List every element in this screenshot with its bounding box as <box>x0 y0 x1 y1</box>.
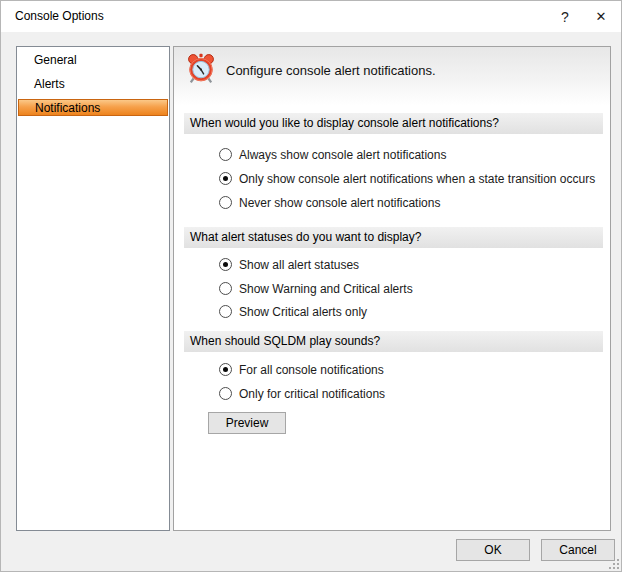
radio-option-always-show[interactable]: Always show console alert notifications <box>219 147 446 162</box>
radio-button[interactable] <box>219 387 232 400</box>
ok-button[interactable]: OK <box>456 539 530 561</box>
help-button[interactable]: ? <box>545 1 585 32</box>
radio-button[interactable] <box>219 196 232 209</box>
panel-header: Configure console alert notifications. <box>174 47 610 105</box>
radio-option-never-show[interactable]: Never show console alert notifications <box>219 195 440 210</box>
radio-button[interactable] <box>219 305 232 318</box>
radio-option-critical-only[interactable]: Show Critical alerts only <box>219 304 367 319</box>
title-bar: Console Options ? ✕ <box>1 1 621 32</box>
radio-option-sound-all-notifications[interactable]: For all console notifications <box>219 362 384 377</box>
radio-label[interactable]: Only for critical notifications <box>239 387 385 401</box>
radio-label[interactable]: Only show console alert notifications wh… <box>239 172 595 186</box>
group-title-play-sounds: When should SQLDM play sounds? <box>184 331 603 352</box>
alarm-clock-icon <box>186 53 216 84</box>
radio-option-only-state-transition[interactable]: Only show console alert notifications wh… <box>219 171 595 186</box>
radio-button[interactable] <box>219 172 232 185</box>
window-title: Console Options <box>15 9 104 23</box>
cancel-button[interactable]: Cancel <box>541 539 615 561</box>
radio-label[interactable]: Show all alert statuses <box>239 258 359 272</box>
group-title-alert-statuses: What alert statuses do you want to displ… <box>184 227 603 248</box>
help-icon: ? <box>561 9 569 25</box>
radio-label[interactable]: Never show console alert notifications <box>239 196 440 210</box>
category-list: General Alerts Notifications <box>16 46 170 531</box>
close-icon: ✕ <box>596 9 607 24</box>
radio-label[interactable]: Show Warning and Critical alerts <box>239 282 413 296</box>
panel-header-text: Configure console alert notifications. <box>226 63 436 78</box>
radio-option-sound-critical-only[interactable]: Only for critical notifications <box>219 386 385 401</box>
resize-grip[interactable] <box>609 559 620 570</box>
radio-label[interactable]: For all console notifications <box>239 363 384 377</box>
radio-button[interactable] <box>219 363 232 376</box>
console-options-dialog: Console Options ? ✕ General Alerts Notif… <box>0 0 622 572</box>
sidebar-item-general[interactable]: General <box>18 52 168 69</box>
sidebar-item-notifications[interactable]: Notifications <box>18 99 168 116</box>
notifications-panel: Configure console alert notifications. W… <box>173 46 611 531</box>
preview-button[interactable]: Preview <box>208 412 286 434</box>
radio-option-warning-critical[interactable]: Show Warning and Critical alerts <box>219 281 413 296</box>
radio-label[interactable]: Show Critical alerts only <box>239 305 367 319</box>
radio-label[interactable]: Always show console alert notifications <box>239 148 446 162</box>
close-button[interactable]: ✕ <box>581 1 621 32</box>
sidebar-item-label: General <box>34 53 77 67</box>
radio-button[interactable] <box>219 148 232 161</box>
radio-button[interactable] <box>219 282 232 295</box>
sidebar-item-alerts[interactable]: Alerts <box>18 76 168 93</box>
sidebar-item-label: Notifications <box>35 101 100 115</box>
radio-option-show-all-statuses[interactable]: Show all alert statuses <box>219 257 359 272</box>
group-title-display-notifications: When would you like to display console a… <box>184 113 603 134</box>
sidebar-item-label: Alerts <box>34 77 65 91</box>
radio-button[interactable] <box>219 258 232 271</box>
